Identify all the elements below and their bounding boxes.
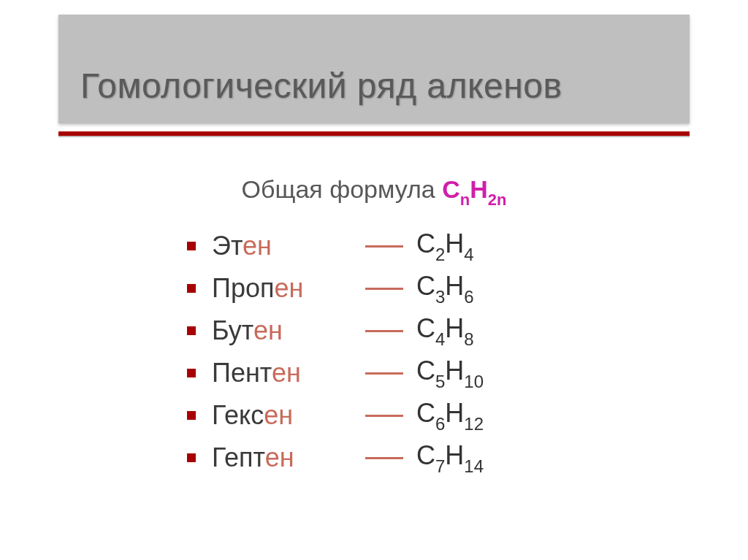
list-item: Гексен C6H12: [187, 394, 596, 437]
sub-c: 3: [435, 287, 445, 307]
formula-sub-2n: 2n: [488, 191, 507, 209]
general-formula-line: Общая формула CnH2n: [0, 175, 748, 208]
compound-formula: C4H8: [416, 313, 548, 348]
dash-icon: [365, 288, 403, 290]
title-block: Гомологический ряд алкенов: [58, 15, 690, 123]
compound-formula: C7H14: [416, 440, 548, 475]
name-suffix: ен: [265, 442, 294, 472]
dash-icon: [365, 457, 403, 459]
name-stem: Бут: [212, 315, 253, 345]
homolog-list: Этен C2H4 Пропен C3H6 Бутен C4H8 Пентен …: [187, 225, 596, 479]
bullet-icon: [187, 242, 196, 250]
dash-cell: [365, 245, 416, 248]
compound-name: Гексен: [212, 400, 365, 431]
sub-c: 6: [435, 414, 445, 434]
compound-formula: C5H10: [416, 356, 548, 390]
formula-C: C: [442, 175, 460, 203]
slide: Гомологический ряд алкенов Общая формула…: [0, 0, 748, 560]
dash-icon: [365, 245, 403, 248]
sub-h: 6: [464, 287, 473, 307]
dash-cell: [365, 288, 416, 290]
sub-c: 4: [435, 329, 445, 349]
divider-thin: [58, 136, 690, 137]
sub-c: 5: [435, 372, 445, 391]
compound-formula: C3H6: [416, 271, 548, 305]
sub-h: 4: [464, 245, 473, 264]
formula-sub-n: n: [460, 191, 470, 209]
name-suffix: ен: [274, 273, 303, 303]
name-stem: Гепт: [212, 442, 265, 472]
bullet-icon: [187, 453, 196, 462]
name-stem: Эт: [212, 231, 243, 261]
name-suffix: ен: [272, 358, 301, 388]
list-item: Бутен C4H8: [187, 310, 596, 352]
dash-cell: [365, 330, 416, 332]
dash-cell: [365, 457, 416, 459]
list-item: Гептен C7H14: [187, 437, 596, 479]
compound-name: Этен: [212, 231, 365, 261]
dash-icon: [365, 330, 403, 332]
list-item: Этен C2H4: [187, 225, 596, 267]
list-item: Пропен C3H6: [187, 267, 596, 310]
dash-cell: [365, 415, 416, 417]
dash-icon: [365, 372, 403, 375]
bullet-icon: [187, 284, 196, 293]
name-suffix: ен: [243, 231, 272, 261]
compound-formula: C2H4: [416, 229, 548, 263]
sub-c: 7: [435, 456, 445, 476]
sub-h: 8: [464, 329, 473, 349]
general-formula: CnH2n: [442, 175, 506, 203]
name-suffix: ен: [264, 400, 293, 430]
sub-h: 12: [464, 414, 484, 434]
dash-icon: [365, 415, 403, 417]
sub-h: 10: [464, 372, 484, 391]
name-suffix: ен: [253, 315, 283, 345]
bullet-icon: [187, 369, 196, 377]
name-stem: Гекс: [212, 400, 264, 430]
compound-formula: C6H12: [416, 398, 548, 432]
name-stem: Проп: [212, 273, 274, 303]
compound-name: Бутен: [212, 315, 365, 346]
name-stem: Пент: [212, 358, 272, 388]
list-item: Пентен C5H10: [187, 352, 596, 394]
slide-title: Гомологический ряд алкенов: [80, 66, 668, 106]
sub-h: 14: [464, 456, 484, 476]
bullet-icon: [187, 326, 196, 335]
compound-name: Пропен: [212, 273, 365, 304]
compound-name: Гептен: [212, 442, 365, 473]
compound-name: Пентен: [212, 358, 365, 388]
dash-cell: [365, 372, 416, 375]
formula-H: H: [470, 175, 488, 203]
sub-c: 2: [435, 245, 445, 264]
formula-label: Общая формула: [242, 175, 435, 203]
bullet-icon: [187, 411, 196, 420]
